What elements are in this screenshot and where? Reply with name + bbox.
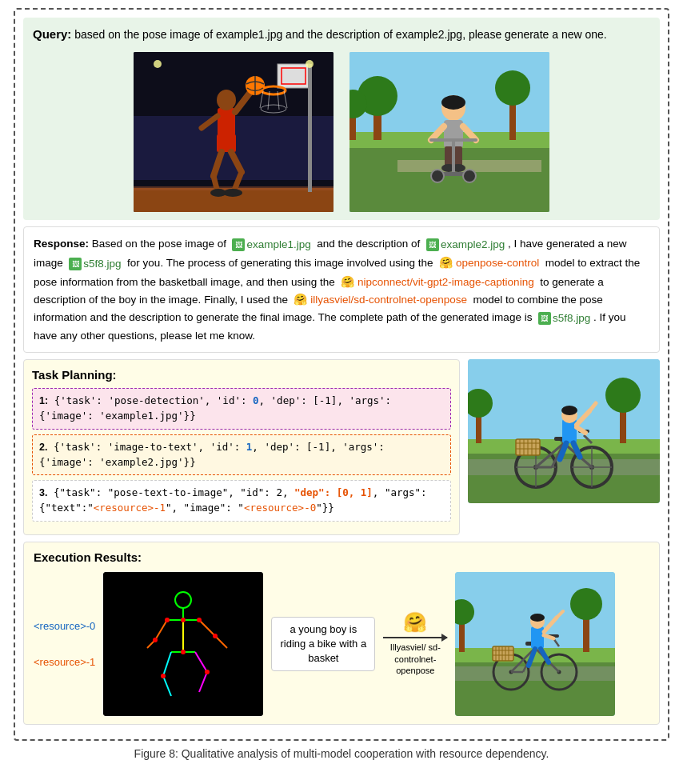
svg-rect-12 — [308, 64, 312, 192]
task-num-2: 2. — [39, 442, 47, 453]
task-planning-left: Task Planning: 1: {'task': 'pose-detecti… — [23, 359, 460, 535]
model-link-3: illyasviel/sd-controlnet-openpose — [310, 294, 467, 306]
svg-point-110 — [213, 634, 218, 638]
response-label: Response: — [34, 238, 89, 250]
exec-left-labels: <resource>-0 <resource>-1 — [34, 620, 95, 668]
svg-point-23 — [210, 189, 226, 197]
file-link-1: 🖼 example1.jpg — [232, 236, 310, 254]
query-body: based on the pose image of example1.jpg … — [74, 28, 606, 41]
arrow-emoji: 🤗 — [403, 611, 427, 634]
basketball-svg — [134, 52, 334, 212]
pose-skeleton-svg — [103, 572, 263, 716]
task-item-2: 2. {'task': 'image-to-text', 'id': 1, 'd… — [32, 434, 451, 476]
task-planning-right — [468, 359, 660, 535]
file-link-2: 🖼 example2.jpg — [426, 236, 505, 254]
task-text-3: {"task": "pose-text-to-image", "id": 2, … — [39, 486, 427, 514]
task-num-3: 3. — [39, 487, 47, 498]
file-icon-4: 🖼 — [538, 312, 551, 325]
file-icon-3: 🖼 — [69, 258, 82, 270]
file-icon-2: 🖼 — [426, 238, 439, 251]
arrow-box: 🤗 Illyasviel/ sd-controlnet- openpose — [383, 611, 447, 676]
svg-point-51 — [463, 170, 476, 182]
task-item-3: 3. {"task": "pose-text-to-image", "id": … — [32, 480, 451, 522]
resource-label-bottom: <resource>-1 — [34, 656, 95, 668]
emoji-3: 🤗 — [294, 293, 307, 306]
svg-point-56 — [605, 378, 641, 413]
execution-content: <resource>-0 <resource>-1 — [34, 572, 649, 716]
task-item-1: 1: {'task': 'pose-detection', 'id': 0, '… — [32, 388, 451, 430]
svg-point-50 — [431, 170, 444, 182]
execution-section: Execution Results: <resource>-0 <resourc… — [23, 542, 660, 725]
task-text-1: {'task': 'pose-detection', 'id': 0, 'dep… — [39, 394, 391, 422]
svg-point-118 — [570, 588, 602, 620]
file-link-3: 🖼 s5f8.jpg — [69, 255, 121, 273]
svg-point-14 — [217, 90, 236, 110]
svg-point-107 — [197, 618, 202, 622]
query-section: Query: based on the pose image of exampl… — [23, 18, 660, 220]
svg-point-109 — [181, 650, 186, 654]
exec-result-image — [455, 572, 615, 716]
task-text-2: {'task': 'image-to-text', 'id': 1, 'dep'… — [39, 441, 385, 468]
svg-point-112 — [205, 670, 210, 674]
bike-boy-image — [468, 359, 660, 503]
query-label: Query: — [33, 27, 71, 41]
caption-text: a young boy is riding a bike with a bask… — [280, 623, 366, 664]
svg-rect-17 — [217, 134, 236, 152]
arrow-label: Illyasviel/ sd-controlnet- openpose — [383, 642, 447, 676]
svg-point-144 — [530, 614, 545, 622]
svg-point-26 — [154, 60, 162, 68]
bike-boy-svg — [468, 359, 660, 503]
task-planning-section: Task Planning: 1: {'task': 'pose-detecti… — [23, 359, 660, 535]
child-svg — [349, 52, 549, 212]
svg-point-111 — [153, 638, 158, 642]
main-container: Query: based on the pose image of exampl… — [14, 8, 669, 741]
task-num-1: 1: — [39, 395, 48, 406]
file-icon-1: 🖼 — [232, 238, 245, 251]
figure-caption: Figure 8: Qualitative analysis of multi-… — [134, 747, 549, 760]
svg-point-108 — [165, 618, 170, 622]
execution-title: Execution Results: — [34, 550, 649, 564]
svg-point-113 — [161, 674, 166, 678]
emoji-1: 🤗 — [439, 256, 453, 269]
response-part1: Based on the pose image of — [92, 238, 226, 250]
svg-point-34 — [495, 70, 530, 106]
response-text: Response: Based on the pose image of 🖼 e… — [34, 235, 649, 345]
file-link-4: 🖼 s5f8.jpg — [538, 310, 590, 327]
exec-result-svg — [455, 572, 615, 716]
model-link-2: nipconnect/vit-gpt2-image-captioning — [357, 276, 534, 288]
svg-rect-115 — [455, 656, 615, 716]
svg-rect-121 — [455, 666, 615, 681]
basketball-image — [134, 52, 334, 212]
task-planning-title: Task Planning: — [32, 368, 451, 382]
text-caption-box: a young boy is riding a bike with a bask… — [271, 617, 375, 672]
child-image — [349, 52, 549, 212]
svg-point-86 — [561, 406, 577, 415]
response-section: Response: Based on the pose image of 🖼 e… — [23, 226, 660, 354]
query-text: Query: based on the pose image of exampl… — [33, 26, 650, 44]
svg-rect-59 — [468, 459, 660, 475]
svg-point-39 — [441, 95, 465, 110]
arrow-line — [383, 637, 447, 638]
emoji-2: 🤗 — [341, 275, 354, 288]
svg-point-27 — [306, 60, 314, 68]
resource-label-top: <resource>-0 — [34, 620, 95, 632]
model-link-1: openpose-control — [456, 257, 539, 269]
svg-rect-42 — [454, 146, 462, 166]
query-images — [33, 52, 650, 212]
svg-rect-142 — [531, 626, 544, 649]
pose-skeleton-image — [103, 572, 263, 716]
svg-point-106 — [181, 618, 186, 622]
svg-rect-41 — [445, 146, 453, 166]
